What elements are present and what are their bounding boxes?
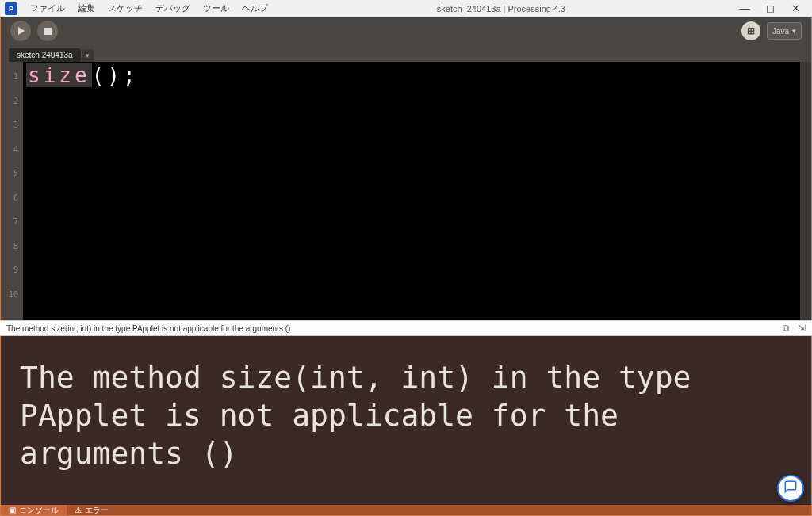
window-title: sketch_240413a | Processing 4.3	[274, 4, 728, 13]
line-number: 5	[1, 162, 18, 186]
tab-bar: sketch 240413a ▾	[0, 44, 812, 62]
toolbar: ⊞ Java	[0, 17, 812, 44]
menubar: P ファイル 編集 スケッチ デバッグ ツール ヘルプ sketch_24041…	[0, 0, 812, 17]
line-number: 9	[1, 258, 18, 283]
code-text-area[interactable]: size();	[23, 62, 800, 320]
warning-icon: ⚠	[75, 506, 82, 514]
tab-sketch[interactable]: sketch 240413a	[9, 48, 81, 62]
code-rest: ();	[92, 63, 139, 87]
tab-dropdown-button[interactable]: ▾	[82, 49, 94, 62]
language-label: Java	[772, 27, 789, 36]
console-icon: ▣	[9, 506, 16, 514]
line-number: 2	[1, 90, 18, 114]
stop-button[interactable]	[37, 21, 58, 41]
console-output[interactable]: The method size(int, int) in the type PA…	[0, 336, 812, 505]
help-badge[interactable]	[777, 475, 804, 502]
butterfly-icon: ⊞	[747, 25, 755, 36]
vertical-scrollbar[interactable]	[800, 62, 811, 320]
status-message: The method size(int, int) in the type PA…	[6, 324, 290, 333]
stop-icon	[44, 28, 52, 35]
tab-console[interactable]: ▣ コンソール	[1, 505, 67, 515]
line-number: 3	[1, 113, 18, 138]
app-icon: P	[5, 2, 17, 15]
language-select[interactable]: Java	[767, 22, 802, 40]
tab-label: sketch 240413a	[17, 51, 73, 59]
tab-errors-label: エラー	[85, 505, 109, 516]
menu-item-help[interactable]: ヘルプ	[236, 2, 274, 14]
line-number: 6	[1, 186, 18, 211]
menu-item-sketch[interactable]: スケッチ	[102, 2, 149, 14]
status-bar: The method size(int, int) in the type PA…	[0, 320, 812, 336]
line-number: 10	[1, 283, 18, 308]
editor: 1 2 3 4 5 6 7 8 9 10 size();	[0, 62, 812, 320]
play-icon	[18, 27, 25, 35]
code-line: size();	[26, 63, 139, 87]
maximize-button[interactable]: ◻	[764, 3, 776, 14]
run-button[interactable]	[10, 21, 31, 41]
bottom-tab-bar: ▣ コンソール ⚠ エラー	[0, 505, 812, 516]
tab-errors[interactable]: ⚠ エラー	[67, 505, 117, 515]
line-number: 1	[1, 65, 18, 90]
menu-item-file[interactable]: ファイル	[24, 2, 71, 14]
line-number-gutter: 1 2 3 4 5 6 7 8 9 10	[1, 62, 23, 320]
line-number: 7	[1, 210, 18, 235]
close-button[interactable]: ✕	[790, 3, 801, 14]
help-icon	[783, 480, 798, 497]
window-controls: — ◻ ✕	[728, 3, 812, 14]
code-keyword: size	[26, 63, 92, 87]
menu-item-edit[interactable]: 編集	[71, 2, 102, 14]
copy-icon[interactable]: ⧉	[783, 323, 790, 334]
tab-console-label: コンソール	[19, 505, 59, 516]
line-number: 4	[1, 138, 18, 162]
menu-item-tools[interactable]: ツール	[197, 2, 236, 14]
debug-toggle-button[interactable]: ⊞	[741, 21, 760, 40]
menu-item-debug[interactable]: デバッグ	[149, 2, 197, 14]
minimize-button[interactable]: —	[739, 3, 750, 14]
collapse-icon[interactable]: ⇲	[798, 323, 806, 334]
line-number: 8	[1, 235, 18, 259]
